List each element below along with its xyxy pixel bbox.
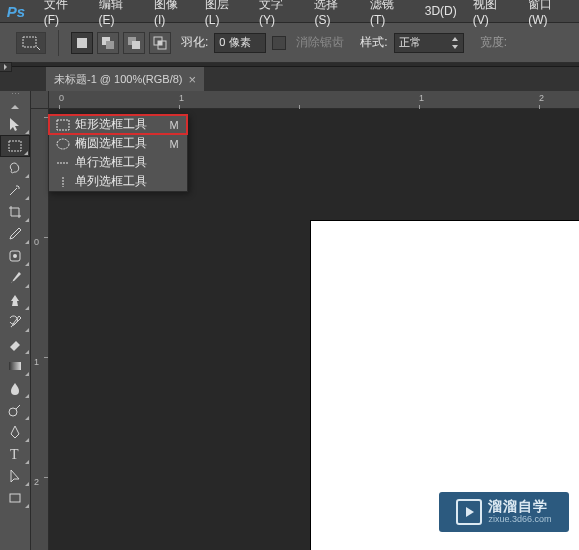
- svg-rect-1: [77, 38, 87, 48]
- flyout-indicator-icon: [25, 174, 29, 178]
- tool-move[interactable]: [0, 113, 30, 135]
- separator: [58, 30, 59, 56]
- flyout-label: 椭圆选框工具: [71, 135, 164, 152]
- flyout-indicator-icon: [24, 151, 28, 155]
- tool-blur[interactable]: [0, 377, 30, 399]
- svg-text:T: T: [10, 447, 19, 462]
- flyout-indicator-icon: [25, 262, 29, 266]
- style-label: 样式:: [360, 34, 387, 51]
- toolbox: T: [0, 91, 31, 550]
- tool-marquee[interactable]: [0, 135, 30, 157]
- document-tab[interactable]: 未标题-1 @ 100%(RGB/8) ×: [46, 67, 204, 91]
- tool-clone[interactable]: [0, 289, 30, 311]
- ruler-mark: 1: [179, 93, 184, 103]
- style-select[interactable]: 正常: [394, 33, 464, 53]
- app-logo: Ps: [4, 2, 28, 20]
- ruler-vertical[interactable]: 0 1 2: [31, 109, 49, 550]
- flyout-indicator-icon: [25, 218, 29, 222]
- ruler-mark: 1: [34, 357, 39, 367]
- svg-rect-15: [10, 494, 20, 502]
- svg-rect-16: [57, 120, 69, 130]
- mode-subtract[interactable]: [123, 32, 145, 54]
- ruler-mark: 2: [539, 93, 544, 103]
- tool-path-select[interactable]: [0, 465, 30, 487]
- panel-expand-handle[interactable]: [0, 62, 12, 72]
- flyout-indicator-icon: [25, 306, 29, 310]
- menu-image[interactable]: 图像(I): [146, 0, 197, 30]
- play-icon: [456, 499, 482, 525]
- ruler-horizontal[interactable]: 0 1 1 2: [49, 91, 579, 109]
- flyout-indicator-icon: [25, 196, 29, 200]
- tool-gradient[interactable]: [0, 355, 30, 377]
- ruler-mark: 0: [59, 93, 64, 103]
- selection-mode-group: [71, 32, 171, 54]
- svg-point-17: [57, 139, 69, 149]
- document-tabs: 未标题-1 @ 100%(RGB/8) ×: [0, 67, 579, 91]
- tool-crop[interactable]: [0, 201, 30, 223]
- menu-type[interactable]: 文字(Y): [251, 0, 306, 30]
- flyout-item-ellipse-marquee[interactable]: 椭圆选框工具 M: [49, 134, 187, 153]
- ruler-origin[interactable]: [31, 91, 49, 109]
- menu-3d[interactable]: 3D(D): [417, 1, 465, 21]
- ellipse-marquee-icon: [55, 138, 71, 150]
- tool-eyedropper[interactable]: [0, 223, 30, 245]
- tab-title: 未标题-1 @ 100%(RGB/8): [54, 72, 183, 87]
- feather-label: 羽化:: [181, 34, 208, 51]
- flyout-indicator-icon: [25, 372, 29, 376]
- svg-point-11: [13, 254, 17, 258]
- toolbox-collapse-icon[interactable]: [0, 103, 30, 111]
- svg-rect-0: [23, 37, 36, 47]
- tool-pen[interactable]: [0, 421, 30, 443]
- flyout-indicator-icon: [25, 350, 29, 354]
- menu-edit[interactable]: 编辑(E): [91, 0, 146, 30]
- flyout-indicator-icon: [25, 328, 29, 332]
- row-marquee-icon: [55, 157, 71, 169]
- flyout-indicator-icon: [25, 394, 29, 398]
- menu-select[interactable]: 选择(S): [306, 0, 361, 30]
- feather-input[interactable]: [214, 33, 266, 53]
- flyout-item-row-marquee[interactable]: 单行选框工具: [49, 153, 187, 172]
- flyout-indicator-icon: [25, 284, 29, 288]
- menu-window[interactable]: 窗口(W): [520, 0, 579, 30]
- current-tool-indicator[interactable]: [16, 32, 46, 54]
- menu-bar: Ps 文件(F) 编辑(E) 图像(I) 图层(L) 文字(Y) 选择(S) 滤…: [0, 0, 579, 23]
- menu-layer[interactable]: 图层(L): [197, 0, 251, 30]
- ruler-mark: 0: [34, 237, 39, 247]
- flyout-label: 单行选框工具: [71, 154, 164, 171]
- flyout-indicator-icon: [25, 482, 29, 486]
- ruler-mark: 1: [419, 93, 424, 103]
- flyout-item-col-marquee[interactable]: 单列选框工具: [49, 172, 187, 191]
- flyout-shortcut: M: [164, 119, 184, 131]
- menu-view[interactable]: 视图(V): [465, 0, 520, 30]
- svg-rect-8: [158, 41, 162, 45]
- flyout-label: 矩形选框工具: [71, 116, 164, 133]
- tool-type[interactable]: T: [0, 443, 30, 465]
- mode-add[interactable]: [97, 32, 119, 54]
- mode-intersect[interactable]: [149, 32, 171, 54]
- tool-dodge[interactable]: [0, 399, 30, 421]
- tool-brush[interactable]: [0, 267, 30, 289]
- tool-history-brush[interactable]: [0, 311, 30, 333]
- tool-magic-wand[interactable]: [0, 179, 30, 201]
- flyout-indicator-icon: [25, 504, 29, 508]
- antialias-checkbox[interactable]: [272, 36, 286, 50]
- svg-rect-12: [9, 362, 21, 370]
- flyout-shortcut: M: [164, 138, 184, 150]
- width-label: 宽度:: [480, 34, 507, 51]
- menu-file[interactable]: 文件(F): [36, 0, 91, 30]
- svg-rect-3: [106, 41, 114, 49]
- close-icon[interactable]: ×: [189, 72, 197, 87]
- select-arrows-icon: [451, 37, 459, 49]
- tool-shape[interactable]: [0, 487, 30, 509]
- mode-new[interactable]: [71, 32, 93, 54]
- toolbox-grip[interactable]: [0, 93, 30, 101]
- tool-spot-heal[interactable]: [0, 245, 30, 267]
- flyout-item-rect-marquee[interactable]: 矩形选框工具 M: [49, 115, 187, 134]
- menu-filter[interactable]: 滤镜(T): [362, 0, 417, 30]
- tool-eraser[interactable]: [0, 333, 30, 355]
- marquee-flyout: 矩形选框工具 M 椭圆选框工具 M 单行选框工具 单列选框工具: [48, 114, 188, 192]
- svg-rect-9: [9, 141, 21, 151]
- tool-lasso[interactable]: [0, 157, 30, 179]
- ruler-mark: 2: [34, 477, 39, 487]
- watermark-url: zixue.3d66.com: [488, 515, 551, 525]
